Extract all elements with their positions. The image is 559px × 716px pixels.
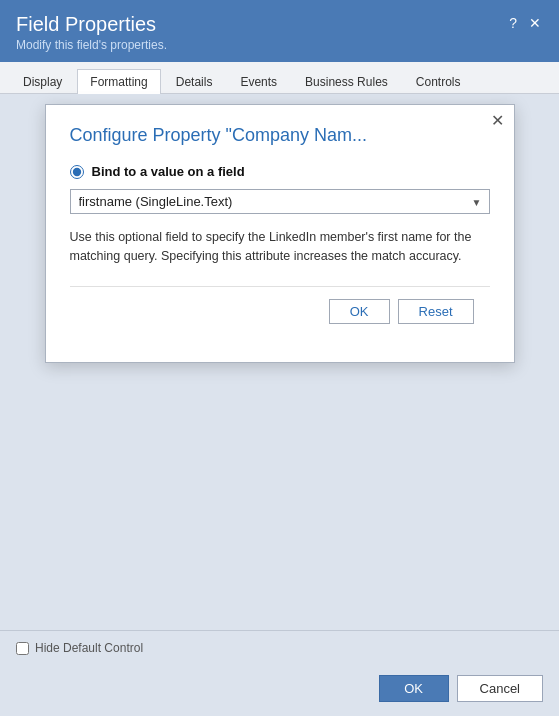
panel-header-right: ? ✕: [507, 16, 543, 30]
field-properties-panel: Field Properties Modify this field's pro…: [0, 0, 559, 716]
tab-events[interactable]: Events: [227, 69, 290, 94]
panel-subtitle: Modify this field's properties.: [16, 38, 167, 52]
modal-title: Configure Property "Company Nam...: [70, 125, 490, 146]
modal-ok-button[interactable]: OK: [329, 299, 390, 324]
panel-header: Field Properties Modify this field's pro…: [0, 0, 559, 62]
footer-cancel-button[interactable]: Cancel: [457, 675, 543, 702]
panel-header-left: Field Properties Modify this field's pro…: [16, 12, 167, 52]
configure-property-modal: ✕ Configure Property "Company Nam... Bin…: [45, 104, 515, 363]
close-panel-button[interactable]: ✕: [527, 16, 543, 30]
main-content: ✕ Configure Property "Company Nam... Bin…: [0, 94, 559, 630]
bottom-area: Hide Default Control: [0, 630, 559, 665]
footer-ok-button[interactable]: OK: [379, 675, 449, 702]
modal-body: Configure Property "Company Nam... Bind …: [46, 105, 514, 362]
hide-default-control-label: Hide Default Control: [35, 641, 143, 655]
help-icon-button[interactable]: ?: [507, 16, 519, 30]
footer-buttons: OK Cancel: [0, 665, 559, 716]
modal-close-button[interactable]: ✕: [491, 113, 504, 129]
checkbox-row: Hide Default Control: [16, 641, 543, 655]
tab-details[interactable]: Details: [163, 69, 226, 94]
tabs-bar: Display Formatting Details Events Busine…: [0, 62, 559, 94]
bind-to-field-radio[interactable]: [70, 165, 84, 179]
tab-formatting[interactable]: Formatting: [77, 69, 160, 94]
modal-footer: OK Reset: [70, 286, 490, 338]
modal-overlay: ✕ Configure Property "Company Nam... Bin…: [0, 94, 559, 580]
radio-row: Bind to a value on a field: [70, 164, 490, 179]
tab-display[interactable]: Display: [10, 69, 75, 94]
panel-title: Field Properties: [16, 12, 167, 36]
tab-controls[interactable]: Controls: [403, 69, 474, 94]
tab-business-rules[interactable]: Business Rules: [292, 69, 401, 94]
modal-reset-button[interactable]: Reset: [398, 299, 474, 324]
modal-description: Use this optional field to specify the L…: [70, 228, 490, 266]
field-select[interactable]: firstname (SingleLine.Text): [70, 189, 490, 214]
dropdown-wrapper: firstname (SingleLine.Text) ▼: [70, 189, 490, 214]
bind-to-field-label: Bind to a value on a field: [92, 164, 245, 179]
dropdown-row: firstname (SingleLine.Text) ▼: [70, 189, 490, 214]
hide-default-control-checkbox[interactable]: [16, 642, 29, 655]
